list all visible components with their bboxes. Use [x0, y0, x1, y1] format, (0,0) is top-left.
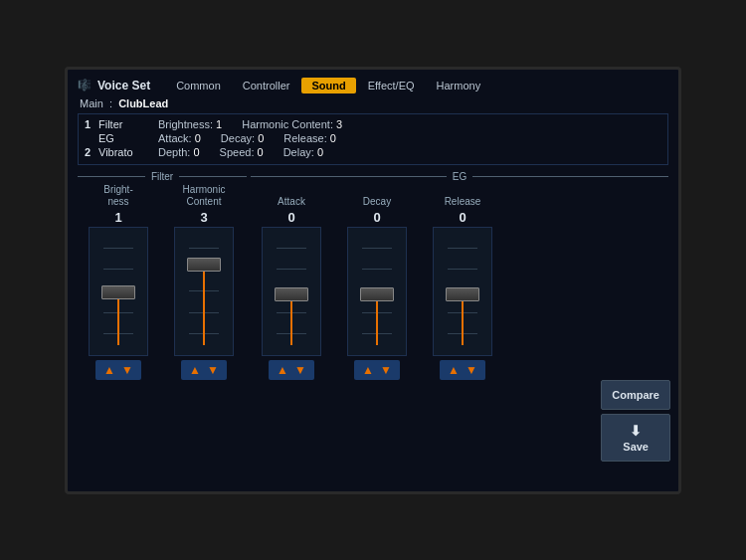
harmonic-label: Harmonic Content — [242, 118, 330, 130]
decay-orange-line — [376, 295, 378, 345]
voice-set-title: Voice Set — [97, 79, 150, 93]
main-value: ClubLead — [118, 97, 168, 109]
decay-fader-track[interactable] — [347, 227, 407, 356]
harmonic-up-arrow[interactable]: ▲ — [187, 363, 203, 377]
harmonic-fader-value: 3 — [200, 210, 207, 225]
release-up-arrow[interactable]: ▲ — [446, 363, 462, 377]
attack-fader-col: Attack 0 ▲ — [251, 184, 332, 380]
decay-fader-value: 0 — [373, 210, 380, 225]
harmonic-handle[interactable] — [187, 258, 221, 272]
row-num-2: 2 — [85, 146, 98, 158]
decay-handle[interactable] — [360, 287, 394, 301]
harmonic-fader-label: HarmonicContent — [183, 184, 226, 208]
tab-controller[interactable]: Controller — [233, 78, 300, 93]
speed-label: Speed — [220, 146, 252, 158]
tab-effect-eq[interactable]: Effect/EQ — [358, 78, 425, 93]
attack-arrows: ▲ ▼ — [269, 360, 314, 380]
decay-down-arrow[interactable]: ▼ — [378, 363, 394, 377]
eg-group-label: EG — [447, 171, 472, 182]
param-row-vibrato: 2 Vibrato Depth: 0 Speed: 0 Delay: 0 — [85, 146, 661, 158]
row-name-eg: EG — [98, 132, 158, 144]
row-name-vibrato: Vibrato — [98, 146, 158, 158]
harmonic-fader-col: HarmonicContent 3 — [163, 184, 245, 380]
eg-left-line — [251, 176, 447, 177]
tab-harmony[interactable]: Harmony — [427, 78, 491, 93]
filter-faders-row: Bright-ness 1 — [78, 184, 247, 380]
eg-group-header: EG — [251, 171, 668, 182]
main-line: Main : ClubLead — [78, 97, 668, 109]
vibrato-fields: Depth: 0 Speed: 0 Delay: 0 — [158, 146, 661, 158]
attack-fader-track[interactable] — [262, 227, 321, 356]
harmonic-down-arrow[interactable]: ▼ — [205, 363, 221, 377]
dash — [448, 248, 477, 249]
main-label: Main — [80, 97, 103, 109]
filter-left-line — [78, 176, 145, 177]
attack-handle[interactable] — [275, 287, 308, 301]
brightness-up-arrow[interactable]: ▲ — [101, 363, 117, 377]
attack-label: Attack — [158, 132, 189, 144]
attack-fader-label: Attack — [278, 184, 305, 208]
tab-common[interactable]: Common — [166, 78, 231, 93]
decay-up-arrow[interactable]: ▲ — [360, 363, 376, 377]
eg-fields: Attack: 0 Decay: 0 Release: 0 — [158, 132, 661, 144]
speed-value: 0 — [258, 146, 264, 158]
decay-fader-col: Decay 0 ▲ — [336, 184, 418, 380]
attack-fader-value: 0 — [287, 210, 294, 225]
faders-area: Filter Bright-ness 1 — [78, 171, 668, 380]
release-fader-track[interactable] — [433, 227, 492, 356]
depth-label: Depth — [158, 146, 187, 158]
delay-field: Delay: 0 — [283, 146, 323, 158]
right-buttons: Compare ⬇ Save — [601, 380, 670, 462]
filter-group: Filter Bright-ness 1 — [78, 171, 247, 380]
release-down-arrow[interactable]: ▼ — [464, 363, 479, 377]
dash — [277, 269, 306, 270]
params-section: 1 Filter Brightness: 1 Harmonic Content:… — [78, 113, 668, 165]
save-button[interactable]: ⬇ Save — [601, 414, 670, 462]
filter-fields: Brightness: 1 Harmonic Content: 3 — [158, 118, 661, 130]
brightness-fader-label: Bright-ness — [103, 184, 132, 208]
attack-down-arrow[interactable]: ▼ — [292, 363, 308, 377]
row-name-filter: Filter — [98, 118, 158, 130]
release-value: 0 — [330, 132, 336, 144]
release-field: Release: 0 — [283, 132, 336, 144]
speed-field: Speed: 0 — [220, 146, 264, 158]
dash — [362, 269, 392, 270]
release-handle[interactable] — [446, 287, 479, 301]
dash — [103, 269, 133, 270]
depth-field: Depth: 0 — [158, 146, 200, 158]
dash — [362, 248, 392, 249]
release-orange-line — [462, 295, 464, 345]
release-fader-col: Release 0 ▲ — [422, 184, 503, 380]
attack-value: 0 — [195, 132, 201, 144]
brightness-fader-col: Bright-ness 1 — [78, 184, 159, 380]
harmonic-fader-track[interactable] — [174, 227, 234, 356]
filter-right-line — [179, 176, 247, 177]
brightness-handle[interactable] — [101, 285, 135, 299]
harmonic-field: Harmonic Content: 3 — [242, 118, 342, 130]
brightness-orange-line — [117, 292, 119, 345]
brightness-down-arrow[interactable]: ▼ — [119, 363, 135, 377]
dash — [189, 248, 219, 249]
decay-value: 0 — [258, 132, 264, 144]
harmonic-orange-line — [203, 266, 205, 345]
filter-group-header: Filter — [78, 171, 247, 182]
delay-label: Delay — [283, 146, 311, 158]
dash — [103, 248, 133, 249]
decay-label: Decay — [221, 132, 252, 144]
voice-set-icon: 🎼 — [78, 79, 92, 92]
attack-orange-line — [290, 295, 292, 345]
param-row-eg: EG Attack: 0 Decay: 0 Release: 0 — [85, 132, 661, 144]
brightness-label: Brightness — [158, 118, 210, 130]
eg-group: EG Attack 0 — [251, 171, 668, 380]
attack-up-arrow[interactable]: ▲ — [275, 363, 290, 377]
brightness-fader-value: 1 — [114, 210, 121, 225]
row-num-1: 1 — [85, 118, 98, 130]
tab-sound[interactable]: Sound — [301, 78, 355, 93]
brightness-fader-track[interactable] — [89, 227, 148, 356]
harmonic-arrows: ▲ ▼ — [181, 360, 227, 380]
eg-right-line — [472, 176, 668, 177]
compare-button[interactable]: Compare — [601, 380, 670, 410]
header-row: 🎼 Voice Set Common Controller Sound Effe… — [78, 78, 668, 93]
delay-value: 0 — [317, 146, 323, 158]
decay-arrows: ▲ ▼ — [354, 360, 400, 380]
